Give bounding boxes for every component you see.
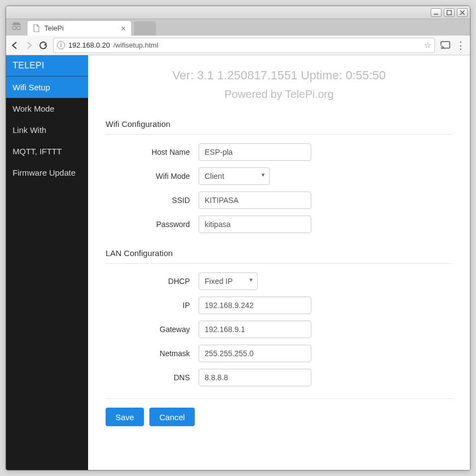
gateway-label: Gateway	[106, 325, 199, 334]
netmask-input[interactable]	[199, 345, 311, 362]
browser-tab[interactable]: TelePi ×	[27, 20, 132, 36]
window-maximize-button[interactable]	[444, 8, 455, 17]
sidebar-item-firmware-update[interactable]: Firmware Update	[6, 162, 88, 183]
save-button[interactable]: Save	[106, 408, 144, 426]
powered-by: Powered by TelePi.org	[106, 88, 452, 101]
forward-button[interactable]	[25, 41, 33, 50]
page-viewport: TELEPI Wifi Setup Work Mode Link With MQ…	[6, 55, 470, 470]
ssid-label: SSID	[106, 196, 199, 205]
os-titlebar	[6, 6, 470, 19]
dhcp-select[interactable]: Fixed IP	[199, 272, 258, 290]
url-path: /wifisetup.html	[113, 41, 158, 49]
password-label: Password	[106, 220, 199, 229]
browser-window: TelePi × i 192.168.0.20/wifisetup.html ☆…	[5, 5, 471, 471]
cancel-button[interactable]: Cancel	[149, 408, 195, 426]
hostname-input[interactable]	[199, 143, 311, 161]
url-host: 192.168.0.20	[68, 41, 110, 49]
browser-toolbar: i 192.168.0.20/wifisetup.html ☆ ⋮	[6, 36, 470, 55]
lan-config-title: LAN Configuration	[106, 244, 452, 264]
brand-title[interactable]: TELEPI	[6, 55, 88, 77]
wifi-mode-select[interactable]: Client	[199, 167, 270, 185]
dhcp-label: DHCP	[106, 277, 199, 286]
svg-rect-1	[447, 10, 451, 15]
svg-point-5	[17, 26, 20, 30]
sidebar: TELEPI Wifi Setup Work Mode Link With MQ…	[6, 55, 88, 470]
site-info-icon[interactable]: i	[57, 41, 65, 49]
form-divider	[106, 398, 452, 399]
dns-label: DNS	[106, 373, 199, 382]
tab-title: TelePi	[44, 24, 63, 32]
ip-label: IP	[106, 301, 199, 310]
ssid-input[interactable]	[199, 191, 311, 209]
version-line: Ver: 3.1 1.250817.1551 Uptime: 0:55:50	[106, 68, 452, 83]
gateway-input[interactable]	[199, 321, 311, 338]
dns-input[interactable]	[199, 369, 311, 386]
tab-close-icon[interactable]: ×	[121, 24, 126, 33]
back-button[interactable]	[10, 41, 19, 50]
wifi-config-title: Wifi Configuration	[106, 115, 452, 135]
browser-menu-icon[interactable]: ⋮	[456, 39, 466, 51]
password-input[interactable]	[199, 216, 311, 233]
reload-button[interactable]	[39, 41, 48, 50]
browser-tabstrip: TelePi ×	[6, 19, 470, 36]
main-content: Ver: 3.1 1.250817.1551 Uptime: 0:55:50 P…	[88, 55, 470, 470]
svg-point-8	[441, 48, 442, 49]
incognito-icon	[9, 20, 24, 32]
hostname-label: Host Name	[106, 148, 199, 156]
page-icon	[33, 24, 40, 32]
window-minimize-button[interactable]	[431, 8, 442, 17]
background-tab-placeholder	[134, 21, 156, 36]
window-close-button[interactable]	[457, 8, 468, 17]
dhcp-value: Fixed IP	[205, 277, 233, 286]
wifi-mode-label: Wifi Mode	[106, 172, 199, 181]
sidebar-item-mqtt-ifttt[interactable]: MQTT, IFTTT	[6, 141, 88, 162]
bookmark-star-icon[interactable]: ☆	[424, 40, 431, 50]
wifi-mode-value: Client	[205, 172, 224, 181]
address-bar[interactable]: i 192.168.0.20/wifisetup.html ☆	[53, 38, 435, 53]
cast-icon[interactable]	[440, 41, 450, 49]
ip-input[interactable]	[199, 297, 311, 314]
netmask-label: Netmask	[106, 349, 199, 358]
sidebar-item-wifi-setup[interactable]: Wifi Setup	[6, 77, 88, 98]
sidebar-item-link-with[interactable]: Link With	[6, 119, 88, 141]
svg-point-4	[13, 26, 16, 30]
sidebar-item-work-mode[interactable]: Work Mode	[6, 98, 88, 119]
